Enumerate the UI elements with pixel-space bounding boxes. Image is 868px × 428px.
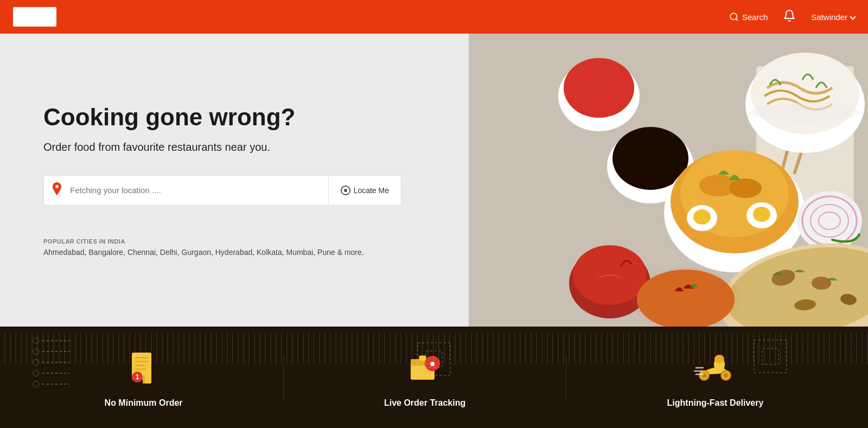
hero-right [469,34,868,327]
fast-delivery-icon [693,347,737,391]
search-icon [729,12,739,22]
feature-live-tracking-label: Live Order Tracking [384,398,465,408]
svg-rect-53 [754,340,787,373]
feature-fast-delivery-label: Lightning-Fast Delivery [667,398,764,408]
svg-rect-39 [135,357,148,359]
locate-me-button[interactable]: Locate Me [328,176,401,205]
header-right: Search Satwinder [729,9,855,24]
svg-rect-54 [762,348,778,365]
svg-text:1: 1 [135,373,139,381]
svg-rect-40 [135,361,148,362]
svg-point-60 [724,373,728,378]
svg-point-56 [714,355,724,363]
no-minimum-icon: 1 [122,347,165,391]
user-name: Satwinder [811,12,847,22]
svg-rect-47 [426,351,442,367]
food-image [469,34,868,327]
header: Search Satwinder [0,0,868,34]
checklist-decoration [33,337,69,387]
svg-point-12 [564,58,634,118]
bell-button[interactable] [783,9,796,24]
search-button[interactable]: Search [729,12,768,22]
svg-rect-41 [135,365,145,366]
svg-point-33 [812,277,831,290]
svg-point-9 [751,103,859,122]
center-decoration [412,337,456,383]
location-pin-icon [44,182,70,199]
popular-cities: POPULAR CITIES IN INDIA Ahmedabad, Banga… [43,238,425,257]
popular-cities-heading: POPULAR CITIES IN INDIA [43,238,425,245]
locate-me-label: Locate Me [354,186,389,195]
feature-no-minimum-label: No Minimum Order [105,398,183,408]
right-decoration [749,335,792,380]
search-label: Search [742,12,768,22]
logo[interactable] [13,7,56,27]
bell-icon [783,9,796,22]
user-menu[interactable]: Satwinder [811,12,855,22]
svg-point-26 [797,191,862,251]
popular-cities-list: Ahmedabad, Bangalore, Chennai, Delhi, Gu… [43,248,425,257]
svg-point-21 [693,209,711,225]
svg-line-1 [736,18,737,20]
svg-rect-42 [135,368,146,370]
svg-point-37 [637,270,735,327]
location-input[interactable] [70,186,328,195]
feature-divider-2 [566,356,566,399]
hero-subtitle: Order food from favourite restaurants ne… [43,141,425,154]
svg-rect-46 [418,343,450,375]
hero-title: Cooking gone wrong? [43,104,425,131]
hero-section: Cooking gone wrong? Order food from favo… [0,34,868,327]
location-bar: Locate Me [43,175,401,206]
feature-divider-1 [283,356,284,399]
chevron-down-icon [850,14,856,20]
svg-point-23 [753,207,770,222]
locate-me-icon [341,186,350,195]
feature-no-minimum: 1 No Minimum Order [105,347,183,408]
hero-left: Cooking gone wrong? Order food from favo… [0,34,469,327]
features-bar: 1 No Minimum Order [0,327,868,428]
svg-point-19 [729,178,762,198]
